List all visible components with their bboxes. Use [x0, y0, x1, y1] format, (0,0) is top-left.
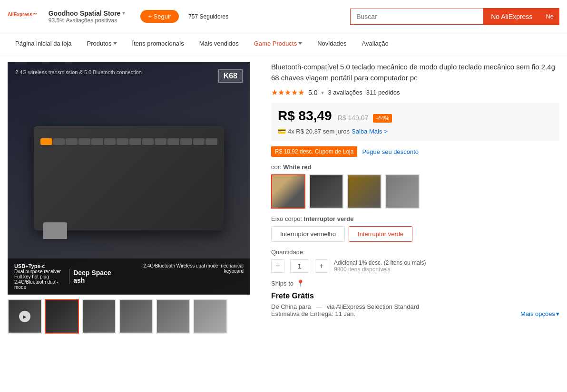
coupon-cta-link[interactable]: Pegue seu desconto [362, 148, 419, 155]
product-details: Bluetooth-compatível 5.0 teclado mecânic… [271, 62, 559, 334]
aliexpress-logo: AliExpress™ [8, 9, 37, 24]
store-name: Goodhoo Spatial Store ▾ [49, 10, 126, 17]
store-rating: 93.5% Avaliações positivas [49, 17, 126, 24]
thumbnail-3[interactable] [82, 299, 116, 334]
switch-section: Eixo corpo: Interruptor verde Interrupto… [271, 215, 559, 242]
color-swatch-1[interactable] [271, 174, 305, 209]
quantity-stock-info: 9800 itens disponíveis [334, 266, 426, 273]
wallet-icon: 💳 [278, 127, 286, 135]
nav-item-review[interactable]: Avaliação [354, 33, 396, 54]
saiba-mais-link[interactable]: Saiba Mais [352, 128, 388, 135]
price-section: R$ 83,49 R$ 149,07 -44% 💳 4x R$ 20,87 se… [271, 103, 559, 141]
price-main: R$ 83,49 [278, 108, 332, 124]
switch-option-red[interactable]: Interruptor vermelho [271, 226, 345, 242]
main-product-image: K68 2.4G wireless transmission & 5.0 Blu… [8, 62, 250, 295]
quantity-input[interactable] [290, 259, 309, 273]
store-info: Goodhoo Spatial Store ▾ 93.5% Avaliações… [49, 10, 126, 24]
products-chevron-icon [113, 42, 117, 45]
quantity-discount-info: Adicional 1% desc. (2 itens ou mais) [334, 259, 426, 266]
img-product-name: Deep Space ash [69, 269, 120, 284]
img-bottom-right: 2.4G/Bluetooth Wireless dual mode mechan… [132, 263, 244, 290]
search-input[interactable] [350, 9, 483, 25]
image-bottom-info: USB+Type-c Dual purpose receiver Full ke… [8, 258, 250, 295]
reviews-count: 3 avaliações [328, 89, 362, 96]
switch-options: Interruptor vermelho Interruptor verde [271, 226, 559, 242]
thumbnail-2[interactable] [45, 299, 79, 334]
thumbnail-6[interactable] [193, 299, 227, 334]
store-name-chevron: ▾ [122, 10, 125, 16]
followers-count: 757 Seguidores [188, 13, 228, 20]
eixo-label: Eixo corpo: Interruptor verde [271, 215, 559, 222]
coupon-badge: R$ 10,92 desc. Cupom de Loja [271, 146, 357, 157]
image-top-label: 2.4G wireless transmission & 5.0 Bluetoo… [15, 69, 142, 75]
installment-info: 💳 4x R$ 20,87 sem juros Saiba Mais [278, 127, 553, 135]
rating-row: ★★★★★ 5.0 ▾ 3 avaliações 311 pedidos [271, 88, 559, 97]
quantity-row: − + Adicional 1% desc. (2 itens ou mais)… [271, 259, 559, 273]
quantity-decrease-button[interactable]: − [271, 259, 284, 273]
price-old: R$ 149,07 [338, 114, 369, 122]
color-swatch-3[interactable] [347, 174, 381, 209]
thumbnail-5[interactable] [156, 299, 190, 334]
rating-score: 5.0 [308, 89, 317, 96]
coupon-row: R$ 10,92 desc. Cupom de Loja Pegue seu d… [271, 146, 559, 157]
thumbnail-1[interactable]: ▶ [8, 299, 42, 334]
shipping-estimate-row: Estimativa de Entrega: 11 Jan. Mais opçõ… [271, 310, 559, 317]
game-products-chevron-icon [298, 42, 302, 45]
quantity-increase-button[interactable]: + [315, 259, 328, 273]
mais-opcoes-chevron-icon: ▾ [556, 310, 559, 317]
quantity-label: Quantidade: [271, 249, 559, 256]
color-swatches [271, 174, 559, 209]
search-area: No AliExpress Ne [350, 8, 559, 25]
switch-option-green[interactable]: Interruptor verde [349, 226, 412, 242]
store-nav: Página inicial da loja Produtos Ítens pr… [0, 33, 567, 54]
location-icon: 📍 [296, 279, 304, 287]
rating-chevron-icon: ▾ [321, 89, 324, 96]
page-header: AliExpress™ Goodhoo Spatial Store ▾ 93.5… [0, 0, 567, 33]
main-content: K68 2.4G wireless transmission & 5.0 Blu… [0, 54, 567, 341]
product-thumbnails: ▶ [8, 299, 260, 334]
nav-item-home[interactable]: Página inicial da loja [8, 33, 79, 54]
nav-item-bestsellers[interactable]: Mais vendidos [192, 33, 246, 54]
ships-to-row: Ships to 📍 [271, 279, 559, 287]
img-bottom-left-info: USB+Type-c Dual purpose receiver Full ke… [14, 263, 65, 290]
play-icon: ▶ [19, 311, 30, 322]
nav-item-promo[interactable]: Ítens promocionais [125, 33, 192, 54]
color-swatch-2[interactable] [309, 174, 343, 209]
shipping-section: Frete Grátis De China para — via AliExpr… [271, 292, 559, 317]
color-swatch-4[interactable] [385, 174, 420, 209]
nav-item-products[interactable]: Produtos [79, 33, 125, 54]
search-button[interactable]: No AliExpress [483, 8, 540, 25]
quantity-section: Quantidade: − + Adicional 1% desc. (2 it… [271, 249, 559, 273]
nav-item-game-products[interactable]: Game Products [246, 33, 310, 54]
color-section: cor: White red [271, 163, 559, 209]
shipping-from: De China para — via AliExpress Selection… [271, 303, 559, 310]
follow-button[interactable]: + Seguir [140, 10, 179, 23]
shipping-title: Frete Grátis [271, 292, 559, 300]
product-image-section: K68 2.4G wireless transmission & 5.0 Blu… [8, 62, 260, 334]
discount-badge: -44% [373, 114, 392, 123]
orders-count: 311 pedidos [366, 89, 400, 96]
product-badge: K68 [218, 69, 243, 83]
nav-extra: Ne [540, 8, 559, 25]
star-rating: ★★★★★ [271, 88, 304, 97]
product-title: Bluetooth-compatível 5.0 teclado mecânic… [271, 62, 559, 83]
thumbnail-4[interactable] [119, 299, 153, 334]
nav-item-new[interactable]: Novidades [310, 33, 354, 54]
color-label: cor: White red [271, 163, 559, 171]
mais-opcoes-link[interactable]: Mais opções ▾ [520, 310, 559, 317]
